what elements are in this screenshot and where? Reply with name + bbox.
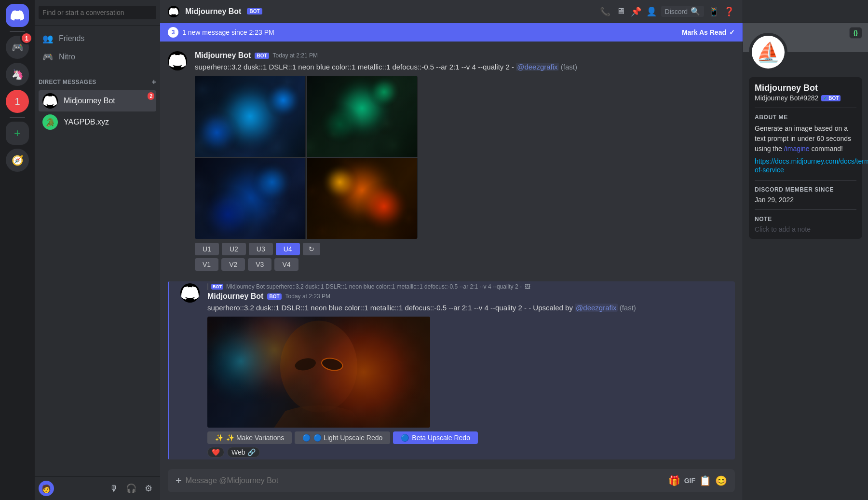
sidebar: 👥 Friends 🎮 Nitro DIRECT MESSAGES + Midj…: [35, 0, 160, 500]
discriminator-row: Midjourney Bot#9282 ✓ BOT: [755, 94, 856, 102]
help-icon[interactable]: ❓: [723, 6, 735, 17]
msg2-bot-tag: BOT: [267, 293, 281, 300]
u4-button[interactable]: U4: [276, 243, 300, 255]
member-since-title: DISCORD MEMBER SINCE: [755, 186, 856, 193]
microphone-icon[interactable]: 🎙: [106, 481, 122, 496]
add-server-button[interactable]: +: [6, 122, 29, 145]
server-1-badge: 1: [20, 32, 33, 44]
msg1-mention[interactable]: @deezgrafix: [516, 63, 558, 71]
discord-home-button[interactable]: [6, 4, 29, 27]
emoji-icon[interactable]: 😊: [715, 475, 727, 486]
member-since-date: Jan 29, 2022: [755, 196, 856, 204]
dm-item-yagpdb[interactable]: 🐊 YAGPDB.xyz: [39, 111, 156, 133]
attach-file-icon[interactable]: +: [176, 469, 182, 492]
sticker-icon[interactable]: 📋: [699, 475, 711, 486]
server-3-button[interactable]: 1: [6, 90, 29, 113]
search-input[interactable]: [39, 6, 156, 19]
msg1-header: Midjourney Bot BOT Today at 2:21 PM: [195, 51, 735, 60]
v4-button[interactable]: V4: [274, 258, 298, 271]
settings-icon[interactable]: ⚙: [141, 481, 156, 496]
gif-icon[interactable]: GIF: [684, 477, 695, 485]
imagine-command-link[interactable]: /imagine: [784, 145, 810, 153]
gift-icon[interactable]: 🎁: [668, 475, 680, 486]
msg1-avatar: [168, 51, 187, 70]
about-me-link[interactable]: https://docs.midjourney.com/docs/terms-o…: [755, 157, 856, 174]
divider-1: [10, 31, 25, 32]
v3-button[interactable]: V3: [248, 258, 271, 271]
img-cell-bl[interactable]: [195, 158, 306, 239]
headphone-icon[interactable]: 🎧: [123, 481, 139, 496]
msg2-single-image[interactable]: [207, 317, 430, 428]
chat-header-bot-badge: BOT: [247, 8, 262, 14]
superhero-image-br: [307, 158, 417, 239]
chat-input-wrapper: + 🎁 GIF 📋 😊: [168, 469, 735, 492]
search-bar[interactable]: Discord 🔍: [661, 6, 704, 17]
chat-header-avatar: [168, 6, 179, 17]
right-panel-discriminator: Midjourney Bot#9282: [755, 94, 818, 102]
chat-header-actions: 📞 🖥 📌 👤 Discord 🔍 📱 ❓: [599, 6, 735, 17]
friends-icon: 👥: [42, 33, 53, 44]
msg2-content: BOT Midjourney Bot superhero::3.2 dusk::…: [207, 283, 735, 458]
light-upscale-redo-button[interactable]: 🔵 🔵 Light Upscale Redo: [295, 431, 390, 444]
chat-header-name: Midjourney Bot: [185, 7, 241, 16]
video-icon[interactable]: 🖥: [615, 6, 626, 17]
new-message-text: 1 new message since 2:23 PM: [182, 28, 274, 36]
msg1-content: Midjourney Bot BOT Today at 2:21 PM supe…: [195, 51, 735, 274]
note-section: NOTE Click to add a note: [755, 216, 856, 233]
image-grid-2x2[interactable]: [195, 76, 418, 239]
note-input[interactable]: Click to add a note: [755, 225, 856, 233]
msg1-buttons-row1: U1 U2 U3 U4 ↻: [195, 243, 735, 255]
make-variations-button[interactable]: ✨ ✨ Make Variations: [207, 431, 292, 444]
superhero-image-tr: [307, 76, 417, 157]
sidebar-item-nitro[interactable]: 🎮 Nitro: [39, 48, 156, 66]
icon-bar: 🎮 1 🦄 1 + 🧭: [0, 0, 35, 500]
sidebar-item-friends[interactable]: 👥 Friends: [39, 29, 156, 48]
server-3-wrapper: 1: [6, 90, 29, 113]
add-dm-icon[interactable]: +: [151, 78, 156, 86]
right-panel-divider-1: [755, 108, 856, 108]
msg2-reactions: ❤️ Web 🔗: [207, 447, 735, 458]
msg1-suffix: (fast): [561, 63, 577, 71]
relay-line: [207, 283, 208, 290]
inbox-icon[interactable]: 📱: [708, 6, 719, 17]
divider-2: [10, 117, 25, 118]
friends-label: Friends: [59, 34, 84, 43]
u3-button[interactable]: U3: [249, 243, 273, 255]
msg2-text: superhero::3.2 dusk::1 DSLR::1 neon blue…: [207, 303, 735, 313]
message-input[interactable]: [186, 471, 665, 490]
call-icon[interactable]: 📞: [599, 6, 611, 17]
server-2-button[interactable]: 🦄: [6, 63, 29, 86]
img-cell-br[interactable]: [307, 158, 418, 239]
dm-list: Midjourney Bot 2 🐊 YAGPDB.xyz: [35, 88, 160, 476]
right-panel-username: Midjourney Bot: [755, 83, 818, 93]
explore-button[interactable]: 🧭: [6, 149, 29, 172]
v2-button[interactable]: V2: [221, 258, 245, 271]
server-1-wrapper: 🎮 1: [6, 36, 29, 59]
right-panel-avatar: ⛵: [749, 33, 787, 71]
u2-button[interactable]: U2: [222, 243, 246, 255]
v1-button[interactable]: V1: [195, 258, 218, 271]
main-chat: Midjourney Bot BOT 📞 🖥 📌 👤 Discord 🔍 📱 ❓…: [160, 0, 743, 500]
superhero-full-image: [207, 317, 430, 428]
pin-icon[interactable]: 📌: [630, 6, 642, 17]
mark-as-read-button[interactable]: Mark As Read ✓: [682, 28, 735, 36]
img-cell-tr[interactable]: [307, 76, 418, 157]
u1-button[interactable]: U1: [195, 243, 219, 255]
beta-upscale-redo-button[interactable]: 🔵 Beta Upscale Redo: [393, 431, 478, 444]
heart-reaction[interactable]: ❤️: [207, 447, 224, 458]
msg2-time: Today at 2:23 PM: [285, 293, 330, 300]
message-group-1: Midjourney Bot BOT Today at 2:21 PM supe…: [168, 49, 735, 276]
add-member-icon[interactable]: 👤: [646, 6, 657, 17]
img-cell-tl[interactable]: [195, 76, 306, 157]
dm-section-label: DIRECT MESSAGES: [39, 79, 96, 85]
msg2-mention[interactable]: @deezgrafix: [575, 304, 617, 312]
right-panel-divider-2: [755, 180, 856, 181]
user-avatar: 🧑: [39, 481, 54, 496]
messages-area[interactable]: Midjourney Bot BOT Today at 2:21 PM supe…: [160, 42, 743, 469]
web-reaction[interactable]: Web 🔗: [227, 447, 260, 458]
refresh-button[interactable]: ↻: [303, 243, 320, 255]
sidebar-nav: 👥 Friends 🎮 Nitro: [35, 26, 160, 70]
yagpdb-dm-name: YAGPDB.xyz: [64, 118, 109, 126]
username-row: Midjourney Bot: [755, 83, 856, 93]
dm-item-midjourney[interactable]: Midjourney Bot 2: [39, 90, 156, 111]
